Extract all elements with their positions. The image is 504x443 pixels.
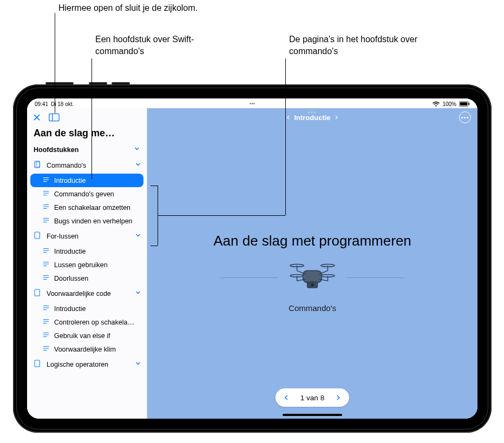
page-row[interactable]: Lussen gebruiken bbox=[27, 258, 147, 272]
chapter-row-logische[interactable]: Logische operatoren bbox=[27, 356, 147, 373]
page-subtitle: Commando's bbox=[289, 303, 336, 313]
page-lines-icon bbox=[42, 305, 50, 313]
svg-rect-1 bbox=[460, 102, 468, 105]
svg-line-21 bbox=[319, 270, 328, 274]
svg-rect-3 bbox=[49, 114, 59, 121]
page-row[interactable]: Controleren op schakela… bbox=[27, 315, 147, 329]
svg-line-20 bbox=[297, 270, 306, 274]
page-row[interactable]: Doorlussen bbox=[27, 272, 147, 285]
chapter-label: For-lussen bbox=[47, 233, 130, 240]
callout-text: De pagina's in het hoofdstuk over comman… bbox=[289, 34, 424, 57]
chevron-down-icon bbox=[135, 289, 141, 297]
chevron-down-icon bbox=[134, 146, 140, 154]
status-bar: 09:41 Di 18 okt. ••• 100% bbox=[27, 98, 477, 108]
ipad-device: 09:41 Di 18 okt. ••• 100% bbox=[13, 84, 492, 433]
page-label: Lussen gebruiken bbox=[54, 261, 108, 269]
svg-rect-17 bbox=[303, 270, 322, 282]
svg-line-23 bbox=[319, 279, 328, 281]
ellipsis-icon: ••• bbox=[461, 115, 469, 121]
page-navigator: 1 van 8 bbox=[276, 388, 349, 407]
breadcrumb-label: Introductie bbox=[294, 114, 330, 122]
screen: 09:41 Di 18 okt. ••• 100% bbox=[27, 98, 477, 419]
sidebar: Aan de slag me… Hoofdstukken Commando's bbox=[27, 108, 147, 419]
page-lines-icon bbox=[42, 247, 50, 255]
chapter-label: Voorwaardelijke code bbox=[47, 290, 130, 297]
page-lines-icon bbox=[42, 176, 50, 184]
playground-icon bbox=[34, 359, 42, 369]
playground-icon bbox=[34, 288, 42, 299]
svg-point-19 bbox=[311, 283, 314, 286]
page-label: Bugs vinden en verhelpen bbox=[54, 217, 133, 225]
sidebar-title: Aan de slag me… bbox=[27, 127, 147, 142]
page-lines-icon bbox=[42, 345, 50, 353]
page-label: Gebruik van else if bbox=[54, 332, 110, 340]
battery-icon bbox=[459, 101, 470, 107]
svg-rect-8 bbox=[35, 360, 40, 367]
section-header-chapters[interactable]: Hoofdstukken bbox=[27, 142, 147, 157]
chapter-row-voorwaardelijke[interactable]: Voorwaardelijke code bbox=[27, 285, 147, 302]
page-row-introductie[interactable]: Introductie bbox=[30, 174, 143, 187]
chapter-label: Commando's bbox=[47, 162, 130, 169]
page-label: Commando's geven bbox=[54, 190, 114, 198]
chevron-right-icon bbox=[334, 114, 339, 121]
callout-text: Een hoofdstuk over Swift-commando's bbox=[95, 34, 209, 57]
page-row[interactable]: Een schakelaar omzetten bbox=[27, 201, 147, 214]
playground-icon bbox=[34, 160, 42, 170]
breadcrumb[interactable]: Introductie bbox=[286, 114, 338, 122]
battery-percent: 100% bbox=[442, 101, 456, 107]
page-lines-icon bbox=[42, 203, 50, 211]
close-button[interactable] bbox=[32, 113, 41, 122]
page-lines-icon bbox=[42, 217, 50, 225]
svg-point-10 bbox=[321, 265, 335, 267]
chapter-row-commandos[interactable]: Commando's bbox=[27, 157, 147, 174]
callout-text: Hiermee open of sluit je de zijkolom. bbox=[58, 2, 198, 14]
page-label: Doorlussen bbox=[54, 275, 88, 282]
main-content: ••• Introductie ••• Aan de slag met prog… bbox=[147, 108, 477, 419]
svg-rect-18 bbox=[307, 282, 318, 288]
playground-icon bbox=[34, 231, 42, 241]
prev-page-button[interactable] bbox=[281, 391, 292, 404]
svg-line-22 bbox=[297, 279, 306, 281]
multitask-indicator[interactable]: ••• bbox=[308, 110, 316, 115]
page-label: Introductie bbox=[54, 177, 86, 184]
home-indicator[interactable] bbox=[283, 414, 342, 416]
page-lines-icon bbox=[42, 318, 50, 326]
drone-illustration bbox=[286, 261, 338, 294]
page-lines-icon bbox=[42, 190, 50, 198]
svg-rect-2 bbox=[469, 103, 470, 105]
page-label: Introductie bbox=[54, 248, 86, 255]
page-lines-icon bbox=[42, 332, 50, 340]
section-label: Hoofdstukken bbox=[34, 146, 78, 154]
page-label: Voorwaardelijke klim bbox=[54, 346, 116, 353]
page-row[interactable]: Commando's geven bbox=[27, 187, 147, 201]
svg-point-12 bbox=[321, 274, 335, 277]
svg-rect-6 bbox=[35, 232, 40, 239]
page-lines-icon bbox=[42, 274, 50, 282]
more-menu-button[interactable]: ••• bbox=[459, 111, 471, 123]
status-date: Di 18 okt. bbox=[51, 101, 74, 107]
chevron-down-icon bbox=[135, 232, 141, 240]
chapter-row-forlussen[interactable]: For-lussen bbox=[27, 228, 147, 244]
wifi-icon bbox=[433, 101, 440, 107]
page-label: Een schakelaar omzetten bbox=[54, 204, 130, 211]
svg-rect-5 bbox=[35, 161, 40, 168]
page-row[interactable]: Introductie bbox=[27, 244, 147, 258]
chapter-label: Logische operatoren bbox=[47, 361, 130, 368]
next-page-button[interactable] bbox=[333, 391, 344, 404]
svg-rect-0 bbox=[459, 101, 468, 106]
page-counter: 1 van 8 bbox=[297, 394, 328, 402]
page-row[interactable]: Gebruik van else if bbox=[27, 329, 147, 342]
svg-point-9 bbox=[290, 265, 304, 267]
page-row[interactable]: Introductie bbox=[27, 302, 147, 315]
page-row[interactable]: Bugs vinden en verhelpen bbox=[27, 214, 147, 228]
svg-rect-7 bbox=[35, 289, 40, 296]
chevron-down-icon bbox=[135, 161, 141, 169]
multitask-dots[interactable]: ••• bbox=[250, 101, 256, 107]
svg-point-11 bbox=[290, 274, 304, 277]
page-label: Introductie bbox=[54, 305, 86, 313]
page-row[interactable]: Voorwaardelijke klim bbox=[27, 342, 147, 356]
sidebar-toggle-button[interactable] bbox=[49, 113, 60, 122]
chevron-left-icon bbox=[286, 114, 291, 121]
status-time: 09:41 bbox=[35, 101, 48, 107]
page-title: Aan de slag met programmeren bbox=[213, 233, 411, 249]
